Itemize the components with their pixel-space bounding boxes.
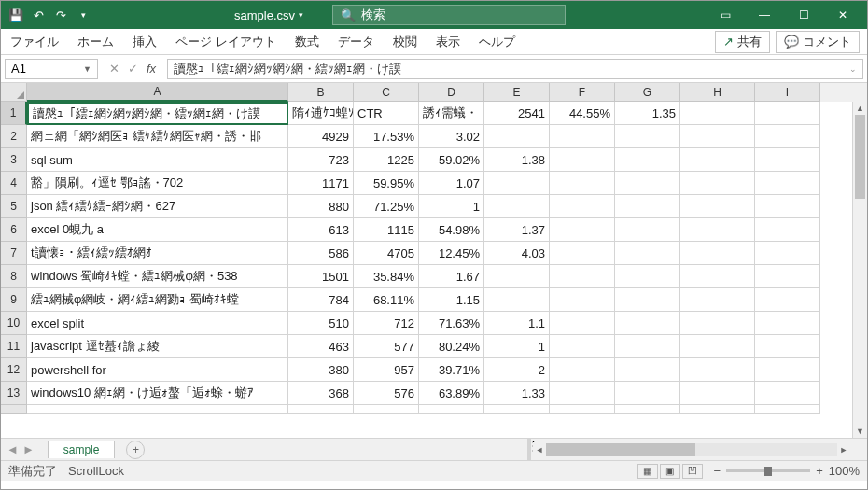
row-header[interactable]: 10 [1, 312, 27, 335]
cell-A2[interactable]: 網ェ網「網ｼ網医ｮ 繧ｹ繧ｹ網医ｬ網・誘・邯 [27, 125, 288, 148]
cell-A4[interactable]: 豁」隕刷。ｨ逕ｾ 鄂ｮ謠・702 [27, 172, 288, 195]
cell-H8[interactable] [680, 265, 755, 288]
fx-icon[interactable]: fx [143, 62, 160, 76]
tab-home[interactable]: ホーム [76, 30, 116, 54]
cell-G8[interactable] [615, 265, 680, 288]
cell-B7[interactable]: 586 [288, 242, 354, 265]
cell-A7[interactable]: t讀懐ｮ・繧ｨ繧ｯ繧ｵ網ｵ [27, 242, 288, 265]
enter-formula-icon[interactable]: ✓ [124, 62, 141, 76]
cell-A9[interactable]: 繧ｭ網械φ網岐・網ｨ繧ｭ網勠ｮ 蜀崎ｵｷ螳 [27, 288, 288, 312]
cell-H10[interactable] [680, 312, 755, 335]
cell-C2[interactable]: 17.53% [354, 125, 419, 148]
cell-D8[interactable]: 1.67 [419, 265, 484, 288]
tab-view[interactable]: 表示 [434, 30, 462, 54]
col-header-I[interactable]: I [755, 83, 820, 102]
cell-F7[interactable] [550, 242, 615, 265]
row-header[interactable]: 9 [1, 288, 27, 312]
name-box-dropdown-icon[interactable]: ▼ [83, 64, 91, 74]
cell-G4[interactable] [615, 172, 680, 195]
row-header[interactable]: 11 [1, 335, 27, 358]
cell-I5[interactable] [755, 195, 820, 218]
cell-G10[interactable] [615, 312, 680, 335]
cell-E6[interactable]: 1.37 [484, 218, 550, 242]
col-header-H[interactable]: H [680, 83, 755, 102]
cell-C10[interactable]: 712 [354, 312, 419, 335]
row-header[interactable]: 6 [1, 218, 27, 242]
cell-B12[interactable]: 380 [288, 358, 354, 382]
cell-I4[interactable] [755, 172, 820, 195]
tab-review[interactable]: 校閲 [391, 30, 419, 54]
cell-D10[interactable]: 71.63% [419, 312, 484, 335]
cell-F4[interactable] [550, 172, 615, 195]
cell-F12[interactable] [550, 358, 615, 382]
cell-G13[interactable] [615, 382, 680, 405]
col-header-C[interactable]: C [354, 83, 419, 102]
cell-C13[interactable]: 576 [354, 382, 419, 405]
cell-D9[interactable]: 1.15 [419, 288, 484, 312]
col-header-G[interactable]: G [615, 83, 680, 102]
vertical-scrollbar[interactable]: ▲ ▼ [852, 102, 867, 438]
cell-A1[interactable]: 讀慇ｭ「繧ｪ網ｼ網ｯ網ｼ網・繧ｯ網ｪ網・け謨 [27, 102, 288, 125]
tab-file[interactable]: ファイル [8, 30, 61, 54]
redo-icon[interactable]: ↷ [51, 6, 70, 24]
cell-C8[interactable]: 35.84% [354, 265, 419, 288]
cell-H7[interactable] [680, 242, 755, 265]
cell-G11[interactable] [615, 335, 680, 358]
cell-E1[interactable]: 2541 [484, 102, 550, 125]
row-header[interactable]: 3 [1, 148, 27, 172]
comment-button[interactable]: 💬コメント [776, 31, 860, 53]
cell-F1[interactable]: 44.55% [550, 102, 615, 125]
cell-B3[interactable]: 723 [288, 148, 354, 172]
close-icon[interactable]: ✕ [824, 2, 861, 28]
tab-help[interactable]: ヘルプ [477, 30, 517, 54]
cell-E8[interactable] [484, 265, 550, 288]
cell-E3[interactable]: 1.38 [484, 148, 550, 172]
minimize-icon[interactable]: — [746, 2, 783, 28]
row-header[interactable]: 5 [1, 195, 27, 218]
scroll-thumb[interactable] [855, 115, 865, 199]
cell-D12[interactable]: 39.71% [419, 358, 484, 382]
col-header-B[interactable]: B [288, 83, 354, 102]
cell-E12[interactable]: 2 [484, 358, 550, 382]
cell-C1[interactable]: CTR [354, 102, 419, 125]
cell-G2[interactable] [615, 125, 680, 148]
zoom-slider[interactable] [726, 469, 810, 472]
scroll-down-arrow-icon[interactable]: ▼ [853, 425, 867, 438]
cell-F2[interactable] [550, 125, 615, 148]
row-header[interactable]: 13 [1, 382, 27, 405]
cancel-formula-icon[interactable]: ✕ [105, 62, 122, 76]
cell-D3[interactable]: 59.02% [419, 148, 484, 172]
cell-F6[interactable] [550, 218, 615, 242]
cell-H5[interactable] [680, 195, 755, 218]
cell-C5[interactable]: 71.25% [354, 195, 419, 218]
ribbon-options-icon[interactable]: ▭ [707, 2, 744, 28]
cell-F13[interactable] [550, 382, 615, 405]
cell-D2[interactable]: 3.02 [419, 125, 484, 148]
cell-I13[interactable] [755, 382, 820, 405]
cell-C9[interactable]: 68.11% [354, 288, 419, 312]
cell-F11[interactable] [550, 335, 615, 358]
cell-B11[interactable]: 463 [288, 335, 354, 358]
tab-layout[interactable]: ページ レイアウト [174, 30, 278, 54]
cell-H9[interactable] [680, 288, 755, 312]
cell-D11[interactable]: 80.24% [419, 335, 484, 358]
cell-B6[interactable]: 613 [288, 218, 354, 242]
cell-G3[interactable] [615, 148, 680, 172]
cell-I2[interactable] [755, 125, 820, 148]
cell-I11[interactable] [755, 335, 820, 358]
cell-G12[interactable] [615, 358, 680, 382]
formula-expand-icon[interactable]: ⌄ [849, 64, 857, 74]
cell-C7[interactable]: 4705 [354, 242, 419, 265]
cell-H3[interactable] [680, 148, 755, 172]
save-icon[interactable]: 💾 [7, 6, 25, 24]
search-box[interactable]: 🔍 検索 [332, 5, 566, 25]
sheet-nav[interactable]: ◄► [1, 442, 40, 456]
row-header[interactable]: 2 [1, 125, 27, 148]
cell-C12[interactable]: 957 [354, 358, 419, 382]
cell-D7[interactable]: 12.45% [419, 242, 484, 265]
cell-B10[interactable]: 510 [288, 312, 354, 335]
cell-H11[interactable] [680, 335, 755, 358]
col-header-A[interactable]: A [27, 83, 288, 102]
zoom-out-button[interactable]: − [714, 464, 721, 478]
cell-A5[interactable]: json 繧ｨ繧ｹ繧ｰ網ｼ網・627 [27, 195, 288, 218]
